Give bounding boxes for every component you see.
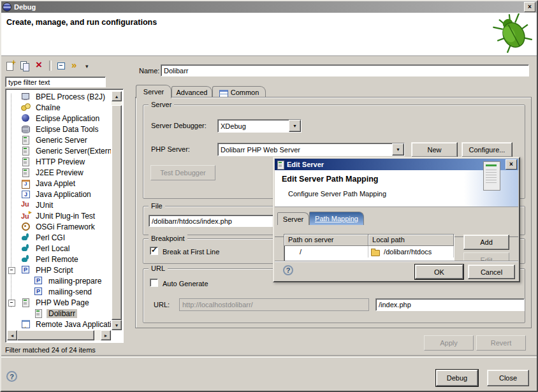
tree-item[interactable]: JUnit bbox=[7, 200, 111, 210]
delete-configuration-icon[interactable] bbox=[34, 61, 45, 71]
tree-item[interactable]: Java Applet bbox=[7, 178, 111, 189]
button-label: Apply bbox=[440, 339, 458, 347]
button-label: Debug bbox=[447, 374, 467, 382]
tree-vertical-scrollbar[interactable]: ▲ ▼ bbox=[112, 91, 122, 330]
tree-item[interactable]: PHP Script bbox=[7, 265, 111, 275]
dialog-tab-path-mapping[interactable]: Path Mapping bbox=[309, 212, 364, 225]
auto-generate-checkbox[interactable] bbox=[150, 279, 158, 287]
url-path-input[interactable] bbox=[375, 298, 525, 311]
filter-input[interactable] bbox=[5, 76, 106, 87]
tree-item[interactable]: Generic Server(External La bbox=[7, 145, 111, 156]
tree-item-label: Chaîne bbox=[34, 103, 62, 112]
filter-menu-caret-icon[interactable] bbox=[85, 62, 89, 69]
osgi-target-icon bbox=[21, 222, 31, 231]
tree-item[interactable]: Perl Local bbox=[7, 243, 111, 254]
server-icon bbox=[34, 309, 44, 318]
dropdown-arrow-icon[interactable] bbox=[392, 143, 404, 156]
database-icon bbox=[21, 124, 31, 134]
add-mapping-button[interactable]: Add bbox=[463, 235, 509, 250]
break-first-line-checkbox[interactable] bbox=[150, 247, 158, 255]
button-label: Configure... bbox=[469, 146, 505, 154]
server-icon bbox=[21, 298, 31, 307]
scroll-left-icon[interactable]: ◄ bbox=[7, 330, 17, 340]
tree-item-label: Generic Server(External La bbox=[34, 147, 111, 156]
perl-camel-icon bbox=[21, 233, 31, 242]
tree-horizontal-scrollbar[interactable]: ◄ ► bbox=[7, 330, 111, 340]
dialog-button-bar: OK Cancel bbox=[275, 261, 518, 280]
tree-item-label: Perl Local bbox=[34, 244, 71, 253]
eclipse-icon bbox=[3, 3, 11, 11]
vertical-scroll-thumb[interactable] bbox=[112, 105, 122, 320]
tree-item[interactable]: Perl Remote bbox=[7, 254, 111, 265]
tree-item[interactable]: mailing-send bbox=[7, 286, 111, 297]
test-debugger-button: Test Debugger bbox=[150, 165, 215, 180]
dialog-title: Edit Server bbox=[287, 161, 324, 168]
tree-item-label: Eclipse Data Tools bbox=[34, 125, 101, 134]
ok-button[interactable]: OK bbox=[415, 265, 463, 279]
edit-server-dialog: Edit Server Edit Server Path Mapping Con… bbox=[273, 157, 520, 282]
server-tower-icon bbox=[483, 161, 500, 191]
tree-item[interactable]: Chaîne bbox=[7, 102, 111, 113]
tree-item[interactable]: OSGi Framework bbox=[7, 221, 111, 232]
collapse-toggle-icon[interactable] bbox=[8, 267, 15, 274]
tree-item[interactable]: mailing-prepare bbox=[7, 275, 111, 286]
tree-item[interactable]: Generic Server bbox=[7, 134, 111, 145]
tab-label: Advanced bbox=[177, 89, 208, 96]
new-server-button[interactable]: New bbox=[411, 142, 458, 157]
filter-icon[interactable] bbox=[71, 61, 81, 71]
tree-item[interactable]: HTTP Preview bbox=[7, 156, 111, 167]
collapse-all-icon[interactable] bbox=[56, 61, 66, 71]
tree-item[interactable]: PHP Web Page bbox=[7, 297, 111, 308]
horizontal-scroll-thumb[interactable] bbox=[17, 330, 94, 340]
dialog-close-button[interactable] bbox=[505, 159, 517, 170]
server-debugger-select[interactable]: XDebug bbox=[217, 119, 302, 133]
window-titlebar: Debug bbox=[1, 1, 537, 13]
tree-item-selected[interactable]: Dolibarr bbox=[7, 308, 111, 319]
column-local-path[interactable]: Local path bbox=[368, 235, 454, 246]
collapse-toggle-icon[interactable] bbox=[8, 300, 15, 307]
applet-window-icon bbox=[21, 178, 31, 188]
breakpoint-group-title: Breakpoint bbox=[149, 235, 187, 242]
tree-item[interactable]: Eclipse Data Tools bbox=[7, 124, 111, 134]
cancel-button[interactable]: Cancel bbox=[468, 265, 515, 279]
tree-item[interactable]: Java Application bbox=[7, 189, 111, 200]
php-server-select[interactable]: Dolibarr PHP Web Server bbox=[217, 143, 405, 156]
scroll-right-icon[interactable]: ► bbox=[101, 330, 111, 340]
close-button[interactable]: Close bbox=[487, 370, 529, 386]
banner: Create, manage, and run configurations bbox=[1, 13, 537, 56]
dropdown-arrow-icon[interactable] bbox=[289, 120, 301, 132]
base-url-input bbox=[179, 298, 369, 311]
tree-item[interactable]: JUnit Plug-in Test bbox=[7, 210, 111, 221]
table-header-row: Path on server Local path bbox=[284, 235, 454, 246]
tab-server[interactable]: Server bbox=[136, 85, 171, 98]
tree-item-label: OSGi Framework bbox=[34, 222, 97, 231]
help-icon[interactable] bbox=[6, 371, 17, 382]
server-icon bbox=[21, 168, 31, 177]
tree-item[interactable]: BPEL Process (B2J) bbox=[7, 91, 111, 102]
debug-button[interactable]: Debug bbox=[436, 370, 478, 386]
dialog-tab-server[interactable]: Server bbox=[277, 212, 309, 225]
column-path-on-server[interactable]: Path on server bbox=[284, 235, 368, 246]
name-input[interactable] bbox=[161, 64, 529, 76]
tree-item[interactable]: J2EE Preview bbox=[7, 167, 111, 178]
window-close-button[interactable] bbox=[524, 2, 535, 12]
tree-item-label: Remote Java Application bbox=[34, 320, 111, 329]
process-icon bbox=[21, 92, 31, 101]
junit-plugin-icon bbox=[21, 211, 31, 221]
scroll-down-icon[interactable]: ▼ bbox=[112, 320, 122, 330]
configure-server-button[interactable]: Configure... bbox=[462, 142, 513, 157]
table-row[interactable]: / /dolibarr/htdocs bbox=[284, 246, 454, 258]
tree-item[interactable]: Eclipse Application bbox=[7, 113, 111, 124]
new-configuration-icon[interactable] bbox=[5, 61, 15, 71]
tree-item[interactable]: Perl CGI bbox=[7, 232, 111, 243]
php-server-label: PHP Server: bbox=[151, 145, 190, 153]
duplicate-configuration-icon[interactable] bbox=[20, 61, 30, 71]
php-icon bbox=[34, 287, 44, 296]
tree-item-label: mailing-prepare bbox=[47, 277, 103, 286]
window-title: Debug bbox=[14, 3, 36, 11]
tree-item-label: Java Application bbox=[34, 190, 93, 199]
dialog-help-icon[interactable] bbox=[283, 265, 293, 275]
file-group-title: File bbox=[149, 202, 165, 210]
tree-item[interactable]: Remote Java Application bbox=[7, 319, 111, 330]
scroll-up-icon[interactable]: ▲ bbox=[112, 91, 122, 101]
